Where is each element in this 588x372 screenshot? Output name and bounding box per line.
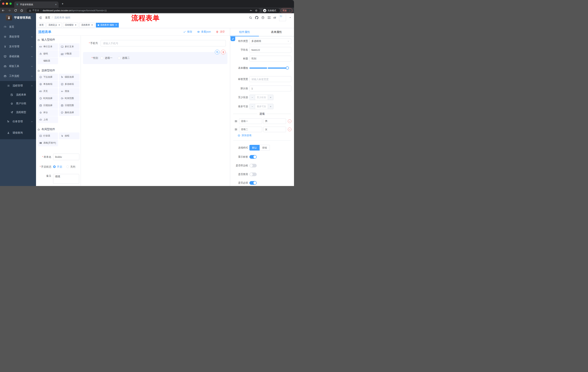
sidebar-item-workflow[interactable]: 工作流程 (0, 71, 36, 81)
component-table[interactable]: 表格[开发中] (37, 139, 58, 146)
component-switch[interactable]: 开关 (37, 88, 58, 95)
component-counter[interactable]: 123计数器 (59, 50, 80, 57)
breadcrumb-home[interactable]: 首页 (45, 16, 50, 19)
sidebar-item-process-mgmt[interactable]: 流程管理 (0, 81, 36, 90)
tag-close-icon[interactable]: ✕ (115, 24, 117, 26)
sidebar-item-process-form[interactable]: 流程表单 (0, 90, 36, 99)
status-radio-off[interactable]: 关闭 (66, 165, 75, 169)
component-upload[interactable]: 上传 (37, 116, 58, 123)
tag-process-form[interactable]: 流程表单✕ (79, 23, 94, 28)
style-button-button[interactable]: 按钮 (260, 145, 270, 150)
sidebar-item-infra[interactable]: 基础设施 (0, 52, 36, 61)
remove-option-button[interactable]: − (288, 128, 292, 131)
view-json-button[interactable]: 查看json (197, 30, 211, 33)
component-checkbox-group[interactable]: 多选框组 (59, 81, 80, 87)
option-value-input[interactable] (263, 118, 286, 124)
back-icon[interactable] (1, 9, 5, 12)
sidebar-item-system[interactable]: 系统管理 (0, 32, 36, 42)
new-tab-button[interactable]: + (60, 2, 65, 6)
password-key-icon[interactable] (250, 9, 252, 12)
component-slider[interactable]: 滑块 (59, 88, 80, 95)
field-name-input[interactable] (249, 47, 291, 53)
gender-option-2[interactable]: 选项二 (118, 56, 130, 60)
forward-icon[interactable] (8, 9, 11, 12)
gender-field-selected[interactable]: *性别 选项一 选项二 (83, 52, 227, 64)
tag-home[interactable]: 首页 (37, 23, 45, 28)
sidebar-item-process-model[interactable]: 流程模型 (0, 108, 36, 117)
save-button[interactable]: 保存 (183, 30, 192, 33)
option-value-input[interactable] (263, 127, 286, 132)
link-tag-button[interactable] (231, 37, 235, 41)
component-type-select[interactable]: 多选框组 (249, 38, 291, 44)
duplicate-component-button[interactable] (215, 50, 220, 54)
component-time-picker[interactable]: 时间选择 (37, 95, 58, 102)
clear-button[interactable]: 清空 (216, 30, 225, 33)
sidebar-item-payment[interactable]: 支付管理 (0, 42, 36, 52)
browser-tab[interactable]: 芋道管理系统 ✕ (14, 1, 59, 8)
form-remark-textarea[interactable]: 嘿嘿 (53, 174, 79, 184)
component-date-picker[interactable]: 日期选择 (37, 102, 58, 109)
drag-handle-icon[interactable] (234, 120, 238, 123)
show-label-toggle[interactable] (249, 155, 257, 159)
address-bar[interactable]: 不安全 dashboard.yudao.iocoder.cn/bpm/manag… (27, 8, 260, 12)
sidebar-logo[interactable]: 🐰 芋道管理系统 (0, 13, 36, 22)
tag-close-icon[interactable]: ✕ (75, 24, 76, 26)
avatar-caret-icon[interactable] (289, 16, 292, 19)
sidebar-item-home[interactable]: 首页 (0, 22, 36, 32)
search-icon[interactable] (249, 16, 252, 19)
component-radio-group[interactable]: 单选框组 (37, 81, 58, 87)
component-dropdown[interactable]: 下拉选择 (37, 74, 58, 80)
stepper-decrease-button[interactable]: − (250, 95, 255, 100)
component-multi-text[interactable]: 多行文本 (59, 43, 80, 50)
label-width-input[interactable] (249, 76, 291, 82)
gender-option-1[interactable]: 选项一 (101, 56, 112, 60)
bookmark-star-icon[interactable] (255, 9, 258, 12)
component-time-range[interactable]: 时间范围 (59, 95, 80, 102)
component-button[interactable]: 按钮 (59, 132, 80, 139)
github-icon[interactable] (255, 16, 258, 19)
form-name-input[interactable] (53, 154, 79, 160)
phone-input[interactable] (101, 40, 226, 46)
option-name-input[interactable] (239, 127, 262, 132)
fullscreen-icon[interactable] (267, 16, 271, 19)
title-input[interactable] (249, 56, 291, 62)
traffic-light-minimize[interactable] (6, 2, 8, 5)
design-canvas[interactable]: *手机号 *性别 选项一 选项二 (81, 36, 230, 186)
tag-process-def[interactable]: 流程定义✕ (47, 23, 62, 28)
remove-option-button[interactable]: − (288, 119, 292, 123)
traffic-light-close[interactable] (2, 2, 4, 5)
home-icon[interactable] (20, 9, 23, 12)
phone-field-row[interactable]: *手机号 (83, 40, 226, 46)
sidebar-item-devtools[interactable]: 研发工具 (0, 61, 36, 71)
font-size-icon[interactable]: tT (274, 16, 276, 19)
slider-knob[interactable] (286, 66, 289, 70)
drag-handle-icon[interactable] (234, 128, 238, 131)
option-name-input[interactable] (239, 118, 262, 124)
component-date-range[interactable]: 日期范围 (59, 102, 80, 109)
tag-close-icon[interactable]: ✕ (58, 24, 60, 26)
component-rate[interactable]: 评分 (37, 109, 58, 116)
disabled-toggle[interactable] (249, 172, 257, 176)
sidebar-item-leave-query[interactable]: 请假查询 (0, 127, 36, 139)
browser-update-button[interactable]: 更新 ⋮ (281, 8, 292, 13)
component-color-picker[interactable]: 颜色选择 (59, 109, 80, 116)
required-toggle[interactable] (249, 181, 257, 185)
traffic-light-zoom[interactable] (10, 2, 12, 5)
checkbox-box[interactable] (101, 57, 103, 59)
stepper-decrease-button[interactable]: − (250, 104, 255, 109)
sidebar-item-user-group[interactable]: 用户分组 (0, 99, 36, 108)
tag-close-icon[interactable]: ✕ (91, 24, 93, 26)
border-toggle[interactable] (249, 164, 257, 167)
status-radio-on[interactable]: 开启 (53, 165, 62, 169)
delete-component-button[interactable] (221, 50, 226, 54)
component-editor[interactable]: 编辑器 (37, 57, 58, 64)
component-cascader[interactable]: 级联选择 (59, 74, 80, 80)
component-row-container[interactable]: 行容器 (37, 132, 58, 139)
min-select-input[interactable] (255, 95, 268, 100)
reload-icon[interactable] (14, 9, 17, 12)
tag-process-form-edit[interactable]: 流程表单-编辑✕ (96, 23, 119, 28)
form-grid-slider[interactable] (249, 65, 291, 71)
max-select-input[interactable] (255, 104, 268, 109)
sidebar-fold-icon[interactable] (39, 16, 42, 20)
stepper-increase-button[interactable]: + (268, 104, 273, 109)
